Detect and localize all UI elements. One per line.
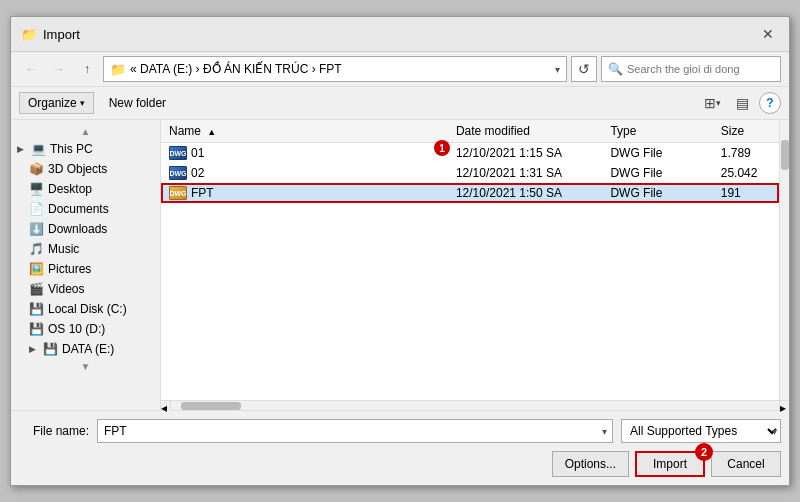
sidebar-label-os10-d: OS 10 (D:) — [48, 322, 105, 336]
file-table: Name ▲ Date modified Type — [161, 120, 779, 203]
filename-label: File name: — [19, 424, 89, 438]
sidebar-label-local-disk-c: Local Disk (C:) — [48, 302, 127, 316]
file-date-01: 12/10/2021 1:15 SA — [448, 143, 603, 164]
filetype-select-wrapper[interactable]: All Supported Types — [621, 419, 781, 443]
search-bar[interactable]: 🔍 — [601, 56, 781, 82]
nav-toolbar: ← → ↑ 📁 « DATA (E:) › ĐỒ ÁN KIẾN TRÚC › … — [11, 52, 789, 87]
h-scroll-thumb — [181, 402, 241, 410]
table-header-row: Name ▲ Date modified Type — [161, 120, 779, 143]
address-dropdown-icon[interactable]: ▾ — [555, 64, 560, 75]
dwg-file-icon-fpt: DWG — [169, 186, 187, 200]
close-button[interactable]: ✕ — [757, 23, 779, 45]
bottom-area: File name: All Supported Types Options..… — [11, 410, 789, 485]
music-icon: 🎵 — [29, 242, 44, 256]
col-header-type[interactable]: Type — [602, 120, 712, 143]
file-date-02: 12/10/2021 1:31 SA — [448, 163, 603, 183]
sidebar-item-downloads[interactable]: ⬇️ Downloads — [11, 219, 160, 239]
sidebar-label-music: Music — [48, 242, 79, 256]
back-button[interactable]: ← — [19, 57, 43, 81]
sidebar-item-videos[interactable]: 🎬 Videos — [11, 279, 160, 299]
col-header-date[interactable]: Date modified — [448, 120, 603, 143]
dwg-file-icon-02: DWG — [169, 166, 187, 180]
h-scroll-right-btn[interactable]: ▸ — [779, 401, 789, 411]
organize-button[interactable]: Organize ▾ — [19, 92, 94, 114]
panel-with-scroll: Name ▲ Date modified Type — [161, 120, 789, 400]
import-dialog: 📁 Import ✕ ← → ↑ 📁 « DATA (E:) › ĐỒ ÁN K… — [10, 16, 790, 486]
sidebar-item-this-pc[interactable]: ▶ 💻 This PC — [11, 139, 160, 159]
file-size-fpt: 191 — [713, 183, 779, 203]
downloads-icon: ⬇️ — [29, 222, 44, 236]
local-disk-c-icon: 💾 — [29, 302, 44, 316]
col-header-size[interactable]: Size — [713, 120, 779, 143]
scroll-down-indicator: ▼ — [11, 359, 160, 374]
view-icon: ⊞ — [704, 95, 716, 111]
file-date-fpt: 12/10/2021 1:50 SA — [448, 183, 603, 203]
sidebar-item-pictures[interactable]: 🖼️ Pictures — [11, 259, 160, 279]
sidebar-label-desktop: Desktop — [48, 182, 92, 196]
toolbar-right: ⊞ ▾ ▤ ? — [699, 91, 781, 115]
address-text: « DATA (E:) › ĐỒ ÁN KIẾN TRÚC › FPT — [130, 62, 551, 76]
address-bar[interactable]: 📁 « DATA (E:) › ĐỒ ÁN KIẾN TRÚC › FPT ▾ — [103, 56, 567, 82]
file-panel: Name ▲ Date modified Type — [161, 120, 789, 410]
search-input[interactable] — [627, 63, 774, 75]
sort-icon: ▲ — [207, 127, 216, 137]
pane-button[interactable]: ▤ — [729, 91, 755, 115]
this-pc-icon: 💻 — [31, 142, 46, 156]
help-button[interactable]: ? — [759, 92, 781, 114]
sidebar-item-music[interactable]: 🎵 Music — [11, 239, 160, 259]
badge-1: 1 — [434, 140, 450, 156]
options-button[interactable]: Options... — [552, 451, 629, 477]
forward-button[interactable]: → — [47, 57, 71, 81]
cancel-button[interactable]: Cancel — [711, 451, 781, 477]
sidebar-item-desktop[interactable]: 🖥️ Desktop — [11, 179, 160, 199]
title-bar-left: 📁 Import — [21, 27, 80, 42]
col-header-name[interactable]: Name ▲ — [161, 120, 448, 143]
table-row[interactable]: DWG 02 12/10/2021 1:31 SA DWG File 25.04… — [161, 163, 779, 183]
view-button[interactable]: ⊞ ▾ — [699, 91, 725, 115]
sidebar-item-os10-d[interactable]: 💾 OS 10 (D:) — [11, 319, 160, 339]
file-name-fpt: DWG FPT — [161, 183, 448, 203]
filetype-select[interactable]: All Supported Types — [621, 419, 781, 443]
badge-2: 2 — [695, 443, 713, 461]
filename-row: File name: All Supported Types — [19, 419, 781, 443]
sidebar-label-this-pc: This PC — [50, 142, 93, 156]
sidebar-item-3d-objects[interactable]: 📦 3D Objects — [11, 159, 160, 179]
new-folder-button[interactable]: New folder — [100, 92, 175, 114]
sidebar-item-local-disk-c[interactable]: 💾 Local Disk (C:) — [11, 299, 160, 319]
desktop-icon: 🖥️ — [29, 182, 44, 196]
dwg-file-icon-01: DWG — [169, 146, 187, 160]
buttons-row: Options... Import 2 Cancel — [19, 451, 781, 477]
sidebar-item-data-e[interactable]: ▶ 💾 DATA (E:) — [11, 339, 160, 359]
data-e-icon: 💾 — [43, 342, 58, 356]
file-type-fpt: DWG File — [602, 183, 712, 203]
import-button-wrapper: Import 2 — [635, 451, 705, 477]
refresh-button[interactable]: ↺ — [571, 56, 597, 82]
sidebar-label-pictures: Pictures — [48, 262, 91, 276]
search-icon: 🔍 — [608, 62, 623, 76]
data-e-expand-icon: ▶ — [29, 344, 39, 354]
file-size-01: 1.789 — [713, 143, 779, 164]
3d-objects-icon: 📦 — [29, 162, 44, 176]
sidebar-label-downloads: Downloads — [48, 222, 107, 236]
file-type-01: DWG File — [602, 143, 712, 164]
dialog-icon: 📁 — [21, 27, 37, 42]
view-dropdown-icon: ▾ — [716, 98, 721, 108]
sidebar-item-documents[interactable]: 📄 Documents — [11, 199, 160, 219]
sidebar-label-3d-objects: 3D Objects — [48, 162, 107, 176]
videos-icon: 🎬 — [29, 282, 44, 296]
filename-input[interactable] — [97, 419, 613, 443]
h-scroll-left-btn[interactable]: ◂ — [161, 401, 171, 411]
vertical-scrollbar[interactable] — [779, 120, 789, 400]
sidebar-label-documents: Documents — [48, 202, 109, 216]
horizontal-scrollbar[interactable]: ◂ ▸ — [161, 400, 789, 410]
file-name-01: DWG 01 1 — [161, 143, 448, 164]
pane-icon: ▤ — [736, 95, 749, 111]
table-row-fpt[interactable]: DWG FPT 12/10/2021 1:50 SA DWG File 191 — [161, 183, 779, 203]
address-folder-icon: 📁 — [110, 62, 126, 77]
table-row[interactable]: DWG 01 1 12/10/2021 1:15 SA DWG File 1.7… — [161, 143, 779, 164]
second-toolbar: Organize ▾ New folder ⊞ ▾ ▤ ? — [11, 87, 789, 120]
file-name-02: DWG 02 — [161, 163, 448, 183]
up-button[interactable]: ↑ — [75, 57, 99, 81]
file-panel-scroll[interactable]: Name ▲ Date modified Type — [161, 120, 779, 400]
filename-select-wrapper[interactable] — [97, 419, 613, 443]
